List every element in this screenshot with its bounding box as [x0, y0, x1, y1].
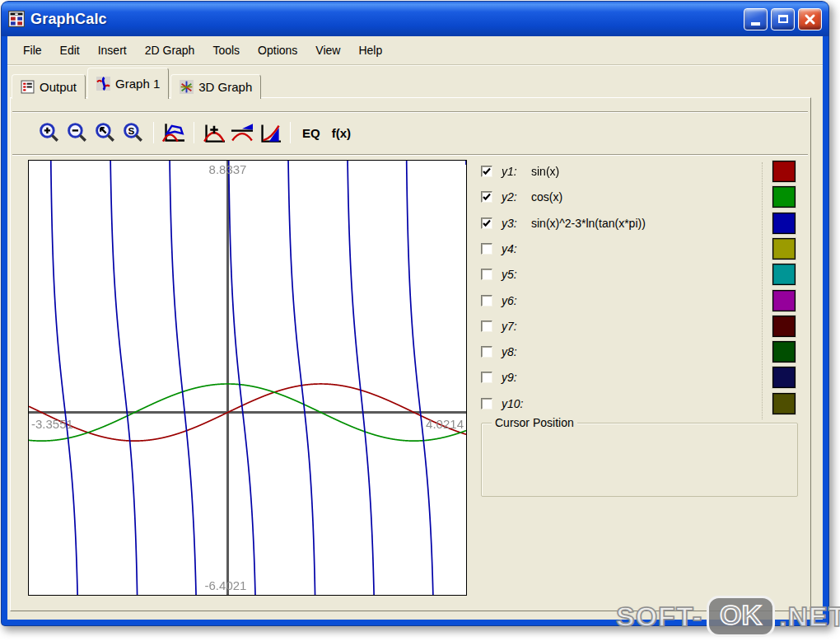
- y9-color-swatch[interactable]: [772, 367, 796, 388]
- menu-bar: FileEditInsert2D GraphToolsOptionsViewHe…: [7, 36, 823, 64]
- y3-color-swatch[interactable]: [772, 213, 796, 234]
- graph-plot-area[interactable]: 8.8337 -6.4021 -3.3551 4.0214: [28, 160, 467, 596]
- menu-options[interactable]: Options: [249, 41, 306, 59]
- zoom-standard-icon: S: [123, 122, 144, 143]
- plot-canvas[interactable]: [29, 161, 466, 595]
- y7-visible-checkbox[interactable]: [481, 320, 492, 332]
- integrate-button[interactable]: [256, 119, 284, 146]
- zoom-in-button[interactable]: [35, 119, 63, 146]
- tab-label: 3D Graph: [198, 80, 252, 94]
- function-list-button[interactable]: f(x): [326, 126, 357, 140]
- close-button[interactable]: [798, 8, 822, 30]
- y1-color-swatch[interactable]: [772, 161, 796, 182]
- equation-name-label: y3:: [502, 217, 531, 230]
- title-bar[interactable]: GraphCalc: [2, 2, 828, 36]
- y2-visible-checkbox[interactable]: [481, 191, 492, 203]
- soft-ok-net-watermark: SOFT- OK .NET: [616, 593, 840, 639]
- watermark-prefix: SOFT-: [616, 601, 702, 633]
- y1-expression-field[interactable]: sin(x): [531, 165, 559, 178]
- y3-expression-field[interactable]: sin(x)^2-3*ln(tan(x*pi)): [531, 217, 646, 230]
- equation-row-y9: y9:: [481, 368, 531, 386]
- zoom-fit-graph-button[interactable]: [160, 119, 188, 146]
- menu-view[interactable]: View: [306, 41, 349, 59]
- equation-name-label: y9:: [502, 371, 531, 384]
- menu-help[interactable]: Help: [349, 41, 391, 59]
- y6-color-swatch[interactable]: [772, 290, 796, 311]
- graphcalc-window: GraphCalc FileEditInsert2D GraphToolsOpt…: [2, 2, 828, 625]
- y8-visible-checkbox[interactable]: [481, 346, 492, 358]
- toolbar-bottom-edge: [12, 154, 808, 156]
- graph-3d-tab-icon: [180, 80, 194, 94]
- zoom-in-icon: [39, 122, 60, 143]
- axis-label-xmax: 4.0214: [426, 417, 464, 431]
- y10-visible-checkbox[interactable]: [481, 398, 492, 409]
- svg-text:S: S: [128, 125, 135, 136]
- equation-name-label: y8:: [502, 345, 531, 358]
- tab-label: Graph 1: [115, 77, 160, 91]
- y5-color-swatch[interactable]: [772, 264, 796, 285]
- y2-color-swatch[interactable]: [772, 186, 796, 208]
- checkmark-icon: [482, 218, 492, 228]
- y4-visible-checkbox[interactable]: [481, 243, 492, 255]
- minimize-button[interactable]: [744, 8, 768, 30]
- y1-visible-checkbox[interactable]: [481, 166, 492, 177]
- axis-label-ymin: -6.4021: [205, 578, 247, 592]
- window-title: GraphCalc: [30, 11, 107, 28]
- equation-name-label: y4:: [502, 242, 531, 255]
- equation-name-label: y6:: [502, 294, 531, 307]
- y8-color-swatch[interactable]: [772, 341, 796, 363]
- menu-edit[interactable]: Edit: [51, 41, 89, 59]
- equation-row-y8: y8:: [481, 343, 531, 361]
- equation-row-y2: y2:cos(x): [481, 188, 562, 206]
- y2-expression-field[interactable]: cos(x): [531, 190, 562, 204]
- y9-visible-checkbox[interactable]: [481, 372, 492, 383]
- intersect-button[interactable]: [228, 119, 256, 146]
- tab-graph-1[interactable]: Graph 1: [87, 68, 169, 99]
- equation-row-y3: y3:sin(x)^2-3*ln(tan(x*pi)): [481, 214, 646, 232]
- checkmark-icon: [482, 192, 492, 202]
- zoom-standard-button[interactable]: S: [119, 119, 147, 146]
- output-tab-icon: [21, 80, 35, 94]
- menu-tools[interactable]: Tools: [203, 41, 249, 59]
- equation-row-y6: y6:: [481, 292, 531, 310]
- equation-row-y4: y4:: [481, 240, 531, 258]
- tab-strip: OutputGraph 13D Graph: [12, 68, 263, 99]
- cursor-position-label: Cursor Position: [492, 416, 577, 429]
- equation-list-button[interactable]: EQ: [296, 126, 326, 140]
- toolbar-separator: [194, 122, 194, 143]
- equation-row-y10: y10:: [481, 395, 531, 413]
- axis-label-ymax: 8.8337: [209, 162, 247, 176]
- graph-tab-page: S EQ f(x): [10, 97, 811, 611]
- y5-visible-checkbox[interactable]: [481, 269, 492, 280]
- equation-row-y1: y1:sin(x): [481, 162, 559, 180]
- watermark-suffix: .NET: [779, 601, 840, 633]
- y6-visible-checkbox[interactable]: [481, 295, 492, 306]
- client-area: FileEditInsert2D GraphToolsOptionsViewHe…: [7, 36, 823, 620]
- zoom-out-button[interactable]: [63, 119, 91, 146]
- maximize-icon: [778, 15, 788, 23]
- screenshot-stage: GraphCalc FileEditInsert2D GraphToolsOpt…: [0, 0, 840, 641]
- menu-2d-graph[interactable]: 2D Graph: [136, 41, 204, 59]
- y10-color-swatch[interactable]: [772, 393, 796, 414]
- y7-color-swatch[interactable]: [772, 316, 796, 337]
- zoom-previous-button[interactable]: [91, 119, 119, 146]
- zoom-out-icon: [67, 122, 88, 143]
- y4-color-swatch[interactable]: [772, 238, 796, 260]
- trace-icon: [202, 122, 226, 143]
- y3-visible-checkbox[interactable]: [481, 218, 492, 229]
- toolbar-top-edge: [12, 111, 808, 113]
- equation-name-label: y7:: [502, 320, 531, 333]
- trace-button[interactable]: [200, 119, 228, 146]
- tab-3d-graph[interactable]: 3D Graph: [170, 74, 261, 99]
- tab-output[interactable]: Output: [12, 74, 86, 99]
- menu-insert[interactable]: Insert: [89, 41, 136, 59]
- equation-row-y5: y5:: [481, 265, 531, 283]
- equation-row-y7: y7:: [481, 317, 531, 335]
- toolbar-separator: [290, 122, 291, 143]
- graph-toolbar: S EQ f(x): [35, 118, 357, 147]
- checkmark-icon: [482, 166, 492, 176]
- integrate-icon: [258, 122, 282, 143]
- menu-file[interactable]: File: [14, 41, 51, 59]
- equation-name-label: y10:: [502, 397, 531, 410]
- maximize-button[interactable]: [771, 8, 795, 30]
